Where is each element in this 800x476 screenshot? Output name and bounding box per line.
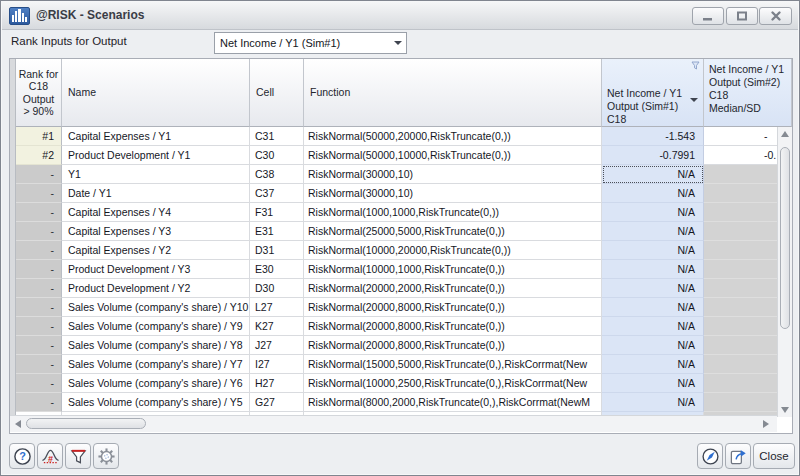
sim1-value-cell[interactable]: N/A [602, 279, 704, 298]
function-cell[interactable]: RiskNormal(30000,10) [304, 184, 602, 203]
table-row[interactable]: - Capital Expenses / Y2 D31 RiskNormal(1… [16, 241, 792, 260]
scroll-down-icon[interactable] [781, 407, 789, 413]
rank-cell[interactable]: - [16, 336, 62, 355]
table-row[interactable]: - Y1 C38 RiskNormal(30000,10) N/A [16, 165, 792, 184]
rank-cell[interactable]: - [16, 241, 62, 260]
rank-cell[interactable]: - [16, 355, 62, 374]
name-cell[interactable]: Capital Expenses / Y3 [62, 222, 250, 241]
sim1-value-cell[interactable]: N/A [602, 393, 704, 412]
rank-cell[interactable]: - [16, 279, 62, 298]
cell-ref-cell[interactable]: J27 [250, 336, 304, 355]
cell-ref-cell[interactable]: E31 [250, 222, 304, 241]
cell-ref-cell[interactable]: F31 [250, 203, 304, 222]
maximize-button[interactable] [726, 7, 758, 25]
table-row[interactable]: - Date / Y1 C37 RiskNormal(30000,10) N/A [16, 184, 792, 203]
table-row[interactable]: - Sales Volume (company's share) / Y7 I2… [16, 355, 792, 374]
header-sim1-output[interactable]: Net Income / Y1 Output (Sim#1) C18 Media… [602, 59, 704, 127]
table-row[interactable]: - Sales Volume (company's share) / Y10 L… [16, 298, 792, 317]
cell-ref-cell[interactable]: C38 [250, 165, 304, 184]
header-name[interactable]: Name [62, 59, 250, 127]
cell-ref-cell[interactable]: L27 [250, 298, 304, 317]
table-row[interactable]: - Sales Volume (company's share) / Y6 H2… [16, 374, 792, 393]
scenario-settings-button[interactable]: # [37, 443, 63, 469]
rank-cell[interactable]: - [16, 203, 62, 222]
cell-ref-cell[interactable]: C37 [250, 184, 304, 203]
cell-ref-cell[interactable]: I27 [250, 355, 304, 374]
function-cell[interactable]: RiskNormal(15000,5000,RiskTruncate(0,),R… [304, 355, 602, 374]
function-cell[interactable]: RiskNormal(20000,2000,RiskTruncate(0,)) [304, 279, 602, 298]
settings-button[interactable] [93, 443, 119, 469]
rank-cell[interactable]: - [16, 317, 62, 336]
function-cell[interactable]: RiskNormal(1000,1000,RiskTruncate(0,)) [304, 203, 602, 222]
name-cell[interactable]: Product Development / Y3 [62, 260, 250, 279]
name-cell[interactable]: Date / Y1 [62, 184, 250, 203]
name-cell[interactable]: Sales Volume (company's share) / Y8 [62, 336, 250, 355]
table-row[interactable]: - Sales Volume (company's share) / Y9 K2… [16, 317, 792, 336]
sim1-value-cell[interactable]: N/A [602, 165, 704, 184]
sim1-value-cell[interactable]: N/A [602, 317, 704, 336]
function-cell[interactable]: RiskNormal(20000,8000,RiskTruncate(0,)) [304, 336, 602, 355]
header-cell[interactable]: Cell [250, 59, 304, 127]
cell-ref-cell[interactable]: K27 [250, 317, 304, 336]
table-row[interactable]: - Capital Expenses / Y4 F31 RiskNormal(1… [16, 203, 792, 222]
function-cell[interactable]: RiskNormal(8000,2000,RiskTruncate(0,),Ri… [304, 393, 602, 412]
rank-cell[interactable]: - [16, 222, 62, 241]
rank-cell[interactable]: - [16, 260, 62, 279]
sim1-value-cell[interactable]: -0.7991 [602, 146, 704, 165]
name-cell[interactable]: Sales Volume (company's share) / Y7 [62, 355, 250, 374]
rank-cell[interactable]: - [16, 165, 62, 184]
rank-cell[interactable]: - [16, 393, 62, 412]
sim1-value-cell[interactable]: N/A [602, 374, 704, 393]
vertical-scrollbar[interactable] [777, 127, 792, 417]
sim1-value-cell[interactable]: N/A [602, 222, 704, 241]
cell-ref-cell[interactable]: C30 [250, 146, 304, 165]
table-row[interactable]: - Sales Volume (company's share) / Y8 J2… [16, 336, 792, 355]
sim1-value-cell[interactable]: N/A [602, 298, 704, 317]
sim1-value-cell[interactable]: N/A [602, 241, 704, 260]
table-row[interactable]: #2 Product Development / Y1 C30 RiskNorm… [16, 146, 792, 165]
name-cell[interactable]: Sales Volume (company's share) / Y5 [62, 393, 250, 412]
name-cell[interactable]: Product Development / Y2 [62, 279, 250, 298]
table-row[interactable]: #1 Capital Expenses / Y1 C31 RiskNormal(… [16, 127, 792, 146]
table-row[interactable]: - Product Development / Y2 D30 RiskNorma… [16, 279, 792, 298]
header-sim2-output[interactable]: Net Income / Y1 Output (Sim#2) C18 Media… [704, 59, 792, 127]
name-cell[interactable]: Sales Volume (company's share) / Y10 [62, 298, 250, 317]
cell-ref-cell[interactable]: E30 [250, 260, 304, 279]
sort-dropdown-icon[interactable] [690, 98, 698, 102]
name-cell[interactable]: Capital Expenses / Y2 [62, 241, 250, 260]
function-cell[interactable]: RiskNormal(10000,20000,RiskTruncate(0,)) [304, 241, 602, 260]
rank-cell[interactable]: - [16, 298, 62, 317]
filter-button[interactable] [65, 443, 91, 469]
name-cell[interactable]: Y1 [62, 165, 250, 184]
close-button[interactable]: Close [753, 443, 795, 469]
edit-report-button[interactable] [697, 443, 723, 469]
name-cell[interactable]: Product Development / Y1 [62, 146, 250, 165]
sim1-value-cell[interactable]: -1.543 [602, 127, 704, 146]
function-cell[interactable]: RiskNormal(50000,10000,RiskTruncate(0,)) [304, 146, 602, 165]
rank-cell[interactable]: #2 [16, 146, 62, 165]
rank-cell[interactable]: - [16, 374, 62, 393]
cell-ref-cell[interactable]: H27 [250, 374, 304, 393]
name-cell[interactable]: Capital Expenses / Y1 [62, 127, 250, 146]
name-cell[interactable]: Sales Volume (company's share) / Y6 [62, 374, 250, 393]
scroll-right-icon[interactable] [763, 420, 769, 428]
sim1-value-cell[interactable]: N/A [602, 184, 704, 203]
help-button[interactable]: ? [9, 443, 35, 469]
cell-ref-cell[interactable]: D30 [250, 279, 304, 298]
export-button[interactable] [725, 443, 751, 469]
output-dropdown[interactable]: Net Income / Y1 (Sim#1) [214, 32, 407, 54]
table-row[interactable]: - Product Development / Y3 E30 RiskNorma… [16, 260, 792, 279]
cell-ref-cell[interactable]: G27 [250, 393, 304, 412]
header-rank[interactable]: Rank for C18 Output > 90% [16, 59, 62, 127]
rank-cell[interactable]: - [16, 184, 62, 203]
sim1-value-cell[interactable]: N/A [602, 260, 704, 279]
vertical-scroll-thumb[interactable] [780, 147, 790, 329]
sim1-value-cell[interactable]: N/A [602, 203, 704, 222]
table-row[interactable]: - Sales Volume (company's share) / Y5 G2… [16, 393, 792, 412]
function-cell[interactable]: RiskNormal(10000,2500,RiskTruncate(0,),R… [304, 374, 602, 393]
rank-cell[interactable]: #1 [16, 127, 62, 146]
name-cell[interactable]: Capital Expenses / Y4 [62, 203, 250, 222]
cell-ref-cell[interactable]: D31 [250, 241, 304, 260]
function-cell[interactable]: RiskNormal(30000,10) [304, 165, 602, 184]
function-cell[interactable]: RiskNormal(25000,5000,RiskTruncate(0,)) [304, 222, 602, 241]
